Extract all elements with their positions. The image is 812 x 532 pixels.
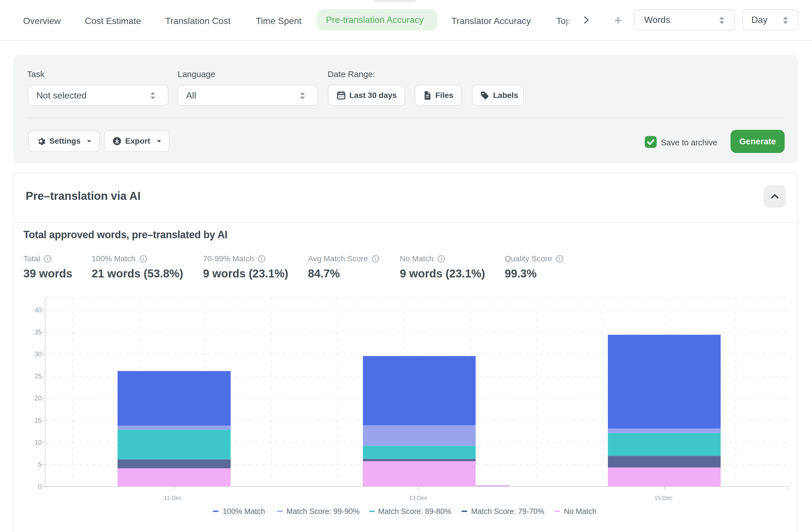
svg-text:15 Dec: 15 Dec xyxy=(654,495,672,501)
svg-text:15: 15 xyxy=(34,417,42,424)
svg-text:40: 40 xyxy=(34,307,42,314)
svg-text:30: 30 xyxy=(34,351,42,358)
svg-text:20: 20 xyxy=(34,394,42,402)
svg-text:5: 5 xyxy=(38,461,42,468)
svg-text:25: 25 xyxy=(34,373,42,380)
svg-text:0: 0 xyxy=(38,483,42,490)
svg-text:35: 35 xyxy=(34,328,42,336)
svg-text:10: 10 xyxy=(34,439,42,446)
svg-text:13 Dec: 13 Dec xyxy=(409,495,427,501)
svg-text:11 Dec: 11 Dec xyxy=(164,495,182,501)
